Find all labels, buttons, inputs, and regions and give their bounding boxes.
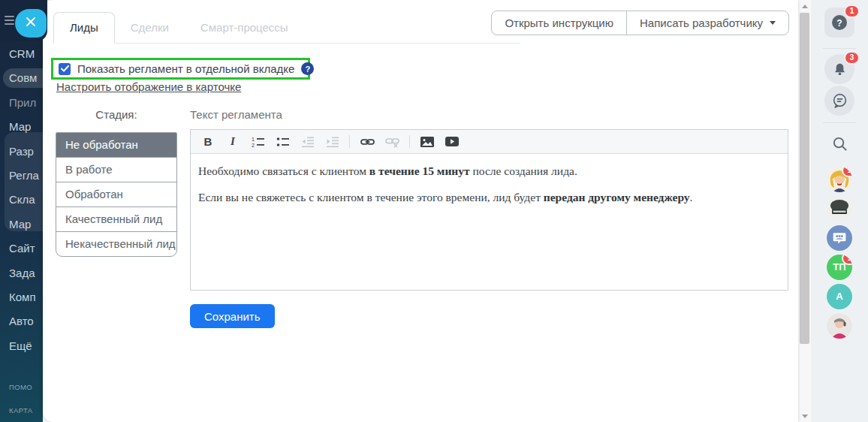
bold-icon[interactable]: B: [200, 134, 215, 149]
dark-logo-avatar[interactable]: [827, 196, 852, 222]
close-menu-button[interactable]: [15, 9, 47, 38]
notification-badge: 1: [842, 167, 852, 177]
sidebar-item-13[interactable]: Ещё: [0, 334, 43, 358]
sidebar-item-label: Скла: [9, 193, 35, 206]
sidebar-item-5[interactable]: Разр: [0, 140, 43, 164]
open-instruction-button[interactable]: Открыть инструкцию: [492, 11, 626, 35]
scroll-up-arrow[interactable]: [798, 0, 811, 12]
sidebar-item-6[interactable]: Регла: [0, 164, 43, 188]
sidebar-item-label: Ещё: [9, 339, 32, 352]
avatar-initials: А: [836, 291, 842, 302]
cartoon-woman-avatar[interactable]: 1: [827, 167, 852, 192]
group-chat-avatar: [832, 231, 847, 246]
sidebar-sitemap-link[interactable]: КАРТА: [9, 406, 33, 414]
sidebar-item-3[interactable]: Прил: [0, 91, 43, 115]
help-icon[interactable]: ?1: [824, 8, 854, 38]
right-toolbar-rail: ?131ТП1А: [811, 0, 868, 422]
svg-text:?: ?: [836, 18, 842, 29]
outdent-icon[interactable]: [300, 134, 315, 149]
app-screen: CRMСовмПрилМарРазрРеглаСклаМарСайтЗадаКо…: [0, 0, 868, 422]
sidebar-item-label: Прил: [9, 96, 36, 109]
configure-card-display-link[interactable]: Настроить отображение в карточке: [56, 80, 241, 93]
help-icon[interactable]: ?: [301, 62, 314, 75]
sidebar-item-label: Зада: [9, 267, 35, 279]
rail-divider: [823, 122, 856, 123]
support-photo-avatar: [827, 313, 852, 339]
initials-avatar[interactable]: А: [827, 284, 852, 309]
show-regulation-label: Показать регламент в отдельной вкладке: [77, 62, 294, 75]
initials-avatar[interactable]: ТП1: [827, 255, 852, 280]
sidebar-item-label: Мар: [9, 120, 31, 133]
sidebar-item-7[interactable]: Скла: [0, 188, 43, 212]
sidebar-item-label: Сайт: [9, 242, 35, 255]
notification-badge: 1: [842, 255, 852, 265]
save-button[interactable]: Сохранить: [190, 304, 275, 328]
group-chat-avatar[interactable]: [827, 225, 852, 251]
sidebar-item-10[interactable]: Зада: [0, 261, 43, 285]
dark-logo-avatar: [827, 196, 852, 222]
scrollbar-thumb[interactable]: [800, 13, 809, 344]
tab-strip: ЛидыСделкиСмарт-процессы: [53, 9, 520, 44]
sidebar-item-label: Совм: [9, 71, 37, 84]
rich-text-editor: BI12 Необходимо связаться с клиентом в т…: [190, 129, 788, 291]
bold-text-segment: передан другому менеджеру: [544, 191, 690, 203]
editor-content[interactable]: Необходимо связаться с клиентом в течени…: [191, 154, 788, 290]
stage-item-2[interactable]: В работе: [56, 157, 176, 182]
highlighted-setting-row: Показать регламент в отдельной вкладке ?: [51, 58, 310, 80]
sidebar-item-9[interactable]: Сайт: [0, 237, 43, 261]
sidebar-item-label: CRM: [9, 47, 35, 60]
editor-paragraph-2: Если вы не свяжетесь с клиентом в течени…: [198, 191, 780, 204]
bullet-list-icon[interactable]: [275, 134, 290, 149]
text-segment: Если вы не свяжетесь с клиентом в течени…: [198, 191, 544, 203]
svg-text:1: 1: [252, 137, 255, 142]
stage-item-4[interactable]: Качественный лид: [56, 206, 176, 231]
tab-3[interactable]: Смарт-процессы: [185, 13, 304, 43]
stage-item-1[interactable]: Не обработан: [56, 133, 176, 157]
support-photo-avatar[interactable]: [827, 313, 852, 339]
ordered-list-icon[interactable]: 12: [250, 134, 265, 149]
sidebar-item-8[interactable]: Мар: [0, 213, 43, 237]
close-icon: [26, 17, 36, 30]
notification-badge: 1: [844, 5, 860, 18]
regulation-text-label: Текст регламента: [190, 108, 282, 121]
text-segment: после создания лида.: [470, 164, 577, 177]
toolbar-separator: [349, 135, 350, 148]
sidebar-item-2[interactable]: Совм: [0, 66, 43, 90]
hamburger-menu-icon[interactable]: [5, 16, 14, 27]
main-panel: ЛидыСделкиСмарт-процессы Открыть инструк…: [43, 0, 798, 422]
stage-item-5[interactable]: Некачественный лид: [56, 231, 176, 256]
stage-list: Не обработанВ работеОбработанКачественны…: [56, 132, 177, 257]
sidebar-help-link[interactable]: ПОМО: [9, 383, 32, 391]
scroll-down-arrow[interactable]: [798, 410, 811, 422]
italic-icon[interactable]: I: [225, 134, 240, 149]
vertical-scrollbar: [798, 0, 811, 422]
link-icon[interactable]: [360, 134, 375, 149]
unlink-icon[interactable]: [384, 134, 399, 149]
editor-toolbar: BI12: [191, 130, 788, 154]
tab-1[interactable]: Лиды: [53, 12, 115, 44]
image-icon[interactable]: [420, 134, 435, 149]
stage-item-3[interactable]: Обработан: [56, 182, 176, 206]
sidebar-item-4[interactable]: Мар: [0, 115, 43, 139]
notification-badge: 3: [844, 51, 860, 65]
rail-divider: [823, 48, 856, 49]
chat-icon[interactable]: [824, 86, 854, 116]
search-icon[interactable]: [824, 132, 854, 155]
sidebar-item-11[interactable]: Комп: [0, 285, 43, 309]
editor-paragraph-1: Необходимо связаться с клиентом в течени…: [198, 164, 780, 178]
video-icon[interactable]: [445, 134, 460, 149]
sidebar-item-1[interactable]: CRM: [0, 42, 43, 66]
sidebar-item-12[interactable]: Авто: [0, 309, 43, 333]
bell-icon[interactable]: 3: [824, 54, 854, 84]
stage-label: Стадия:: [56, 108, 177, 121]
left-sidebar: CRMСовмПрилМарРазрРеглаСклаМарСайтЗадаКо…: [0, 0, 43, 422]
show-regulation-checkbox[interactable]: [59, 63, 71, 75]
search-icon: [831, 135, 848, 152]
sidebar-item-label: Регла: [9, 169, 39, 182]
sidebar-item-label: Разр: [9, 145, 34, 158]
chat-icon: [831, 92, 848, 110]
indent-icon[interactable]: [324, 134, 339, 149]
tab-2[interactable]: Сделки: [115, 13, 185, 43]
open-instruction-label: Открыть инструкцию: [505, 17, 613, 29]
write-developer-button[interactable]: Написать разработчику: [626, 11, 788, 35]
